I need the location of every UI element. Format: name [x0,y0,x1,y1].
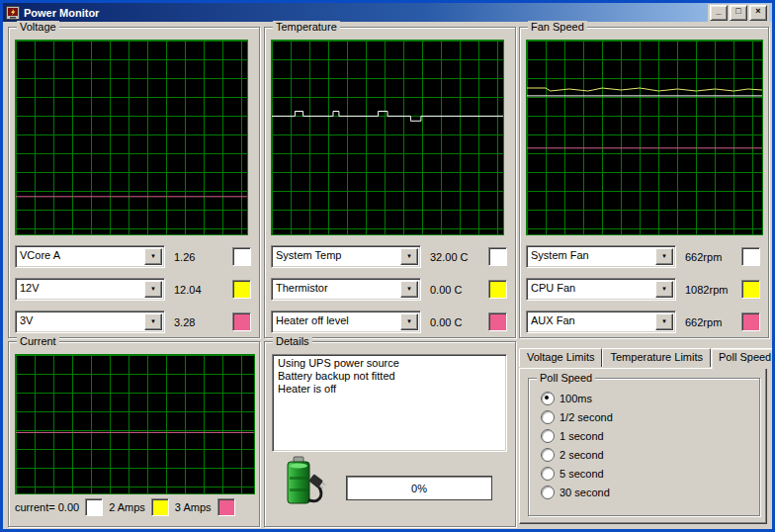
fan-channel-select-1[interactable]: System Fan ▼ [526,245,676,268]
radio-half-second-label: 1/2 second [560,411,613,423]
window-title: Power Monitor [24,7,99,19]
radio-30-second-label: 30 second [560,487,610,498]
fan-reading-3: 662rpm [685,316,722,328]
radio-half-second[interactable]: 1/2 second [541,410,613,424]
voltage-graph [15,40,248,235]
current-swatch [85,498,103,516]
temperature-swatch-2 [488,280,507,299]
voltage-group: Voltage VCore A ▼ 1.26 12V ▼ 12.04 [8,27,260,338]
tab-temperature-limits[interactable]: Temperature Limits [602,348,711,367]
close-button[interactable]: × [749,5,767,21]
dropdown-arrow-icon[interactable]: ▼ [144,313,162,330]
two-amps-swatch [151,498,169,516]
three-amps-label: 3 Amps [175,501,212,513]
dropdown-arrow-icon[interactable]: ▼ [144,248,162,265]
voltage-group-label: Voltage [17,21,59,34]
radio-5-second[interactable]: 5 second [541,467,604,481]
dropdown-arrow-icon[interactable]: ▼ [400,281,418,298]
tab-body: Poll Speed 100ms 1/2 second 1 second [519,368,767,524]
fan-channel-select-3-text: AUX Fan [531,314,655,326]
radio-icon [541,486,555,499]
maximize-button[interactable]: □ [730,5,747,21]
current-group-label: Current [17,335,59,348]
temperature-reading-1: 32.00 C [430,251,469,263]
temperature-group: Temperature System Temp ▼ 32.00 C Thermi… [264,27,516,338]
voltage-channel-select-3-text: 3V [20,314,144,326]
current-graph [15,354,255,494]
charge-progressbar: 0% [346,476,492,500]
details-listbox[interactable]: Using UPS power source Battery backup no… [272,354,507,452]
dropdown-arrow-icon[interactable]: ▼ [655,248,673,265]
radio-icon [541,448,555,462]
fan-reading-1: 662rpm [685,251,722,263]
fan-channel-select-1-text: System Fan [531,249,655,261]
details-group: Details Using UPS power source Battery b… [264,341,516,527]
radio-1-second-label: 1 second [560,430,604,442]
radio-5-second-label: 5 second [560,468,604,480]
temperature-swatch-1 [488,247,507,266]
radio-icon [541,410,555,424]
radio-30-second[interactable]: 30 second [541,486,610,499]
two-amps-label: 2 Amps [109,501,145,513]
temperature-graph [271,40,504,235]
details-group-label: Details [273,335,312,348]
dropdown-arrow-icon[interactable]: ▼ [400,313,418,330]
temperature-reading-3: 0.00 C [430,316,462,328]
voltage-reading-2: 12.04 [174,284,202,296]
current-reading: current= 0.00 [15,501,79,513]
app-icon [6,6,20,20]
voltage-swatch-1 [232,247,251,266]
voltage-channel-select-1[interactable]: VCore A ▼ [15,245,165,268]
voltage-swatch-3 [232,312,251,331]
voltage-channel-select-2[interactable]: 12V ▼ [15,278,165,301]
fan-reading-2: 1082rpm [685,284,728,296]
voltage-swatch-2 [232,280,251,299]
current-legend: current= 0.00 2 Amps 3 Amps [15,498,253,516]
radio-icon [541,467,555,481]
temperature-channel-select-3-text: Heater off level [276,314,400,326]
details-line: Using UPS power source [278,357,501,370]
dropdown-arrow-icon[interactable]: ▼ [144,281,162,298]
voltage-channel-select-1-text: VCore A [20,249,144,261]
radio-1-second[interactable]: 1 second [541,429,604,443]
window-controls: _ □ × [708,4,769,22]
tab-strip: Voltage Limits Temperature Limits Poll S… [519,348,767,369]
temperature-channel-select-1-text: System Temp [276,249,400,261]
fan-speed-group-label: Fan Speed [528,21,587,34]
poll-speed-group: Poll Speed 100ms 1/2 second 1 second [528,378,760,516]
fan-channel-select-2[interactable]: CPU Fan ▼ [526,278,676,301]
minimize-button[interactable]: _ [710,5,728,21]
radio-2-second-label: 2 second [560,449,604,461]
three-amps-swatch [217,498,235,516]
radio-100ms[interactable]: 100ms [541,392,592,405]
window-content: Voltage VCore A ▼ 1.26 12V ▼ 12.04 [3,22,772,529]
details-line: Heater is off [278,383,501,396]
temperature-channel-select-2-text: Thermistor [276,282,400,294]
dropdown-arrow-icon[interactable]: ▼ [655,313,673,330]
fan-channel-select-3[interactable]: AUX Fan ▼ [526,310,676,333]
radio-100ms-label: 100ms [560,393,592,404]
ups-battery-icon [279,453,326,512]
fan-swatch-1 [741,247,760,266]
fan-speed-group: Fan Speed System Fan ▼ 662rpm CPU Fan ▼ … [519,27,769,338]
temperature-channel-select-3[interactable]: Heater off level ▼ [271,310,421,333]
fan-channel-select-2-text: CPU Fan [531,282,655,294]
poll-speed-group-label: Poll Speed [537,372,595,385]
temperature-channel-select-1[interactable]: System Temp ▼ [271,245,421,268]
radio-2-second[interactable]: 2 second [541,448,604,462]
voltage-channel-select-2-text: 12V [20,282,144,294]
dropdown-arrow-icon[interactable]: ▼ [400,248,418,265]
voltage-reading-3: 3.28 [174,316,195,328]
temperature-channel-select-2[interactable]: Thermistor ▼ [271,278,421,301]
tab-voltage-limits[interactable]: Voltage Limits [519,348,602,367]
limits-tab-control: Voltage Limits Temperature Limits Poll S… [519,348,767,524]
voltage-channel-select-3[interactable]: 3V ▼ [15,310,165,333]
current-group: Current current= 0.00 2 Amps 3 Amps [8,341,260,527]
radio-icon [541,392,555,405]
fan-swatch-3 [741,312,760,331]
tab-poll-speed[interactable]: Poll Speed [711,348,775,369]
fan-swatch-2 [741,280,760,299]
dropdown-arrow-icon[interactable]: ▼ [655,281,673,298]
radio-icon [541,429,555,443]
voltage-reading-1: 1.26 [174,251,195,263]
